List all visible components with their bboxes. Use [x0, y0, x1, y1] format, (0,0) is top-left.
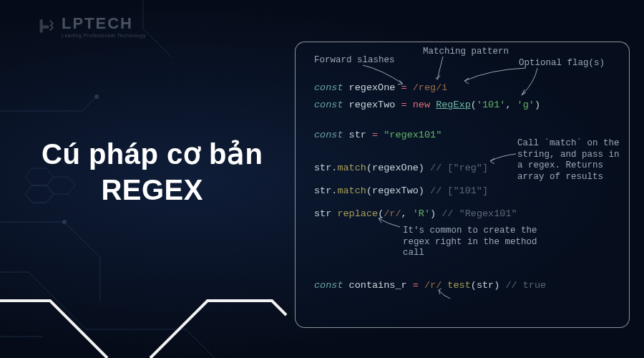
- arrow-matching-pattern: [436, 54, 457, 82]
- logo-tagline: Leading Professional Technology: [62, 33, 146, 38]
- annotation-forward-slashes: Forward slashes: [314, 55, 395, 67]
- logo-brand: LPTECH: [62, 14, 146, 33]
- arrow-optional-flags-1: [462, 67, 533, 85]
- code-line-5: str.match(regexTwo) // ["101"]: [314, 185, 488, 196]
- annotation-call-match: Call `match` on the string, and pass in …: [517, 138, 625, 183]
- code-panel: Forward slashes Matching pattern Optiona…: [295, 42, 630, 328]
- logo: LPTECH Leading Professional Technology: [36, 14, 146, 38]
- headline: Cú pháp cơ bản REGEX: [42, 136, 263, 208]
- code-line-7: const contains_r = /r/ test(str) // true: [314, 280, 546, 291]
- annotation-common-create: It's common to create the regex right in…: [403, 226, 553, 259]
- arrow-test: [436, 289, 457, 303]
- logo-icon: [36, 16, 56, 37]
- annotation-matching-pattern: Matching pattern: [423, 47, 509, 58]
- code-line-2: const regexTwo = new RegExp('101', 'g'): [314, 100, 540, 110]
- code-line-3: const str = "regex101": [314, 130, 441, 140]
- code-line-4: str.match(regexOne) // ["reg"]: [314, 163, 488, 173]
- arrow-common-create: [376, 217, 404, 231]
- annotation-optional-flags: Optional flag(s): [519, 58, 605, 69]
- svg-point-1: [62, 220, 67, 224]
- arrow-optional-flags-2: [517, 67, 546, 100]
- headline-line-2: REGEX: [42, 172, 263, 208]
- code-line-6: str replace(/r/, 'R') // "Regex101": [314, 208, 517, 219]
- svg-point-0: [94, 95, 99, 99]
- headline-line-1: Cú pháp cơ bản: [42, 136, 263, 172]
- code-line-1: const regexOne = /reg/i: [314, 82, 447, 93]
